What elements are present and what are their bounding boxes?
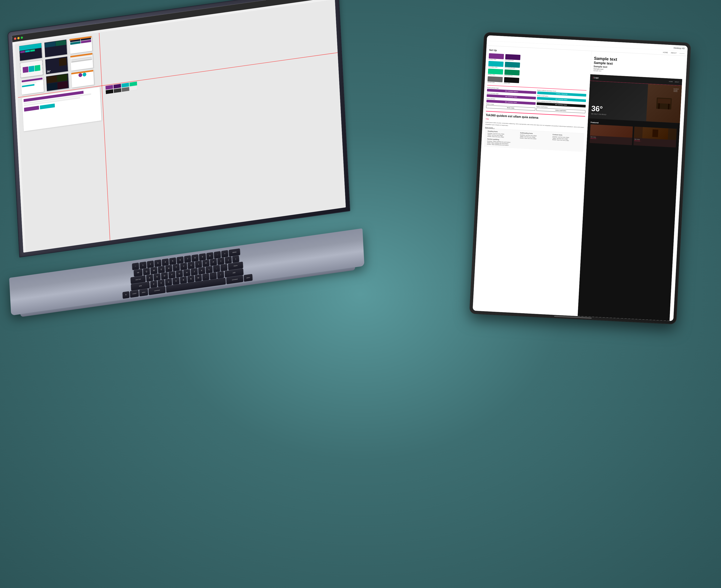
hero-subtitle: WE HELP YOU BUILD	[591, 113, 606, 115]
key-i[interactable]: I	[195, 260, 202, 268]
design-large-block	[22, 87, 102, 132]
key-equals[interactable]: =	[221, 250, 228, 257]
key-s[interactable]: S	[154, 273, 161, 280]
key-7[interactable]: 7	[184, 255, 191, 262]
design-thumb-5: 36°	[45, 56, 68, 75]
key-b[interactable]: B	[180, 276, 187, 283]
key-0[interactable]: 0	[206, 252, 213, 259]
key-v[interactable]: V	[173, 277, 180, 284]
red-guideline-vertical	[99, 33, 110, 240]
key-k[interactable]: K	[198, 267, 205, 274]
key-m[interactable]: M	[195, 274, 202, 281]
laptop-screen-inner: 36°	[12, 0, 346, 253]
spec-col-subheading: Subheading fonts Desktop: suit font size…	[520, 132, 549, 140]
key-g[interactable]: G	[176, 270, 183, 277]
key-o[interactable]: O	[202, 259, 209, 267]
key-r[interactable]: R	[165, 265, 172, 272]
key-t[interactable]: T	[173, 264, 180, 271]
hero-number: 36°	[591, 105, 607, 113]
key-option-l[interactable]: option	[139, 289, 148, 296]
design-thumb-9	[71, 69, 94, 88]
tablet-top-bar-text: Desktop HD	[674, 47, 685, 49]
preview-nav-home[interactable]: HOME	[669, 81, 673, 83]
key-u[interactable]: U	[187, 261, 195, 269]
preview-nav: HOME ABOUT	[669, 81, 679, 83]
tablet-nav-about[interactable]: ABOUT	[671, 52, 677, 54]
spec-col-content: Content fonts Desktop: suit font size (1…	[552, 134, 581, 142]
laptop-screen-content: 36°	[12, 0, 346, 253]
tablet-nav-home[interactable]: HOME	[663, 51, 668, 54]
key-delete[interactable]: delete	[229, 248, 240, 256]
key-4[interactable]: 4	[162, 258, 169, 266]
key-a[interactable]: A	[146, 274, 153, 281]
key-command-l[interactable]: command	[148, 286, 166, 294]
key-control[interactable]: control	[130, 290, 139, 297]
key-1[interactable]: 1	[140, 261, 146, 268]
key-quote[interactable]: '	[220, 264, 227, 271]
tablet-body: Desktop HD HOME ABOUT ———	[470, 32, 691, 324]
key-e[interactable]: E	[158, 266, 165, 273]
key-y[interactable]: Y	[180, 262, 187, 270]
preview-hero: 36° WE HELP YOU BUILD Furniture Design I…	[588, 81, 682, 123]
design-thumb-4	[20, 60, 43, 78]
tablet-right-panel: Sample text Sample text Sample text Samp…	[578, 51, 683, 321]
design-thumb-6	[70, 53, 93, 71]
tablet-screen: Desktop HD HOME ABOUT ———	[473, 35, 687, 321]
key-backslash[interactable]: |	[232, 255, 239, 262]
key-minus[interactable]: -	[214, 251, 221, 258]
key-fn[interactable]: fn	[122, 291, 129, 298]
swatch-primary-dark	[505, 54, 520, 60]
key-9[interactable]: 9	[199, 253, 206, 260]
key-z[interactable]: Z	[150, 280, 157, 287]
preview-logo: | Logo	[593, 77, 599, 79]
design-thumb-7	[21, 77, 44, 95]
key-6[interactable]: 6	[177, 256, 184, 263]
scene: 36°	[0, 0, 721, 588]
key-n[interactable]: N	[187, 275, 194, 282]
key-command-r[interactable]: command	[226, 275, 243, 284]
toolbar-dot-yellow	[17, 37, 20, 39]
key-h[interactable]: H	[183, 269, 190, 276]
key-w[interactable]: W	[151, 267, 157, 274]
preview-card-2: Item name READ MORE →	[634, 127, 677, 148]
key-tab[interactable]: tab	[134, 269, 142, 276]
key-f[interactable]: F	[168, 271, 175, 278]
key-5[interactable]: 5	[169, 257, 176, 264]
key-8[interactable]: 8	[192, 254, 198, 261]
key-p[interactable]: P	[210, 258, 217, 266]
key-comma[interactable]: ,	[202, 273, 209, 280]
laptop-screen-outer: 36°	[7, 0, 351, 257]
key-c[interactable]: C	[165, 278, 172, 285]
toolbar-dot-green	[21, 36, 23, 39]
key-3[interactable]: 3	[154, 259, 161, 266]
key-semicolon[interactable]: ;	[213, 265, 220, 272]
preview-card-1: Item name READ MORE →	[589, 124, 633, 145]
key-d[interactable]: D	[161, 272, 168, 279]
laptop-device: 36°	[0, 0, 364, 315]
key-bracket-l[interactable]: {	[217, 257, 224, 264]
spec-col-heading: Heading fonts Desktop: suit font size (7…	[487, 130, 517, 139]
key-j[interactable]: J	[191, 268, 198, 275]
laptop-canvas[interactable]: 36°	[15, 0, 346, 252]
key-option-r[interactable]: option	[244, 274, 253, 281]
key-x[interactable]: X	[158, 279, 164, 287]
key-tilde[interactable]: ~	[132, 262, 139, 270]
preview-nav-about[interactable]: ABOUT	[675, 81, 679, 83]
design-thumb-2	[44, 39, 67, 58]
tablet-body-content: Set Up primary color	[473, 46, 687, 321]
hero-label: Furniture Design Interior	[674, 88, 679, 92]
tablet-nav-divider: ———	[679, 52, 684, 55]
tablet-content: Desktop HD HOME ABOUT ———	[473, 35, 687, 321]
key-period[interactable]: .	[210, 272, 217, 279]
key-q[interactable]: Q	[143, 268, 150, 275]
color-section: primary color primary(hover)	[487, 53, 588, 88]
key-bracket-r[interactable]: }	[225, 256, 232, 263]
key-slash[interactable]: /	[217, 271, 224, 278]
design-thumb-1	[19, 43, 42, 61]
key-2[interactable]: 2	[147, 260, 154, 268]
key-l[interactable]: L	[206, 266, 213, 273]
swatch-primary	[489, 53, 504, 59]
swatch-secondary-dark	[505, 62, 520, 68]
website-preview: | Logo HOME ABOUT	[578, 74, 682, 321]
swatch-neutral	[487, 76, 503, 82]
